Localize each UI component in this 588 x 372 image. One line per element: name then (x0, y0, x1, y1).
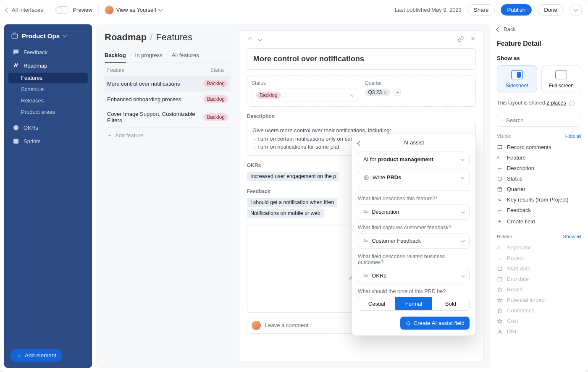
create-field-button[interactable]: ＋Create field (497, 215, 581, 227)
tone-casual[interactable]: Casual (358, 297, 395, 310)
tone-formal[interactable]: Formal (395, 297, 432, 310)
prev-record-button[interactable] (247, 36, 253, 42)
field-search[interactable] (497, 114, 581, 127)
record-title: More control over notifications (253, 55, 364, 63)
ai-field-feature-select[interactable]: AaDescription (358, 204, 470, 220)
search-icon (501, 118, 503, 123)
link-icon (497, 197, 503, 203)
field-row[interactable]: Feedback (497, 205, 581, 215)
sidebar-item-roadmap[interactable]: Roadmap (8, 59, 88, 72)
status-pill: Backlog (256, 92, 281, 99)
quarter-tag[interactable]: Q3 23 ✕ (365, 89, 391, 96)
add-feature-button[interactable]: ＋ Add feature (105, 128, 231, 143)
remove-tag-icon[interactable]: ✕ (383, 90, 387, 95)
done-button[interactable]: Done (538, 4, 564, 16)
tone-segmented: Casual Formal Bold (358, 297, 470, 311)
tone-bold[interactable]: Bold (432, 297, 469, 310)
ai-field-value: OKRs (372, 272, 386, 279)
popover-back-button[interactable] (358, 140, 361, 147)
feedback-link-chip[interactable]: I should get a notification when frien (247, 198, 337, 207)
top-bar-left: All interfaces Preview View as Yourself (6, 5, 162, 15)
plus-icon: ＋ (497, 217, 503, 225)
col-status[interactable]: Status ↓ (210, 67, 228, 73)
svg-rect-3 (14, 139, 18, 143)
more-menu-button[interactable] (570, 4, 582, 16)
ai-field-outcomes-select[interactable]: AaOKRs (358, 268, 470, 283)
back-label: All interfaces (12, 7, 43, 13)
show-as-sidesheet[interactable]: Sidesheet (497, 65, 537, 92)
field-row[interactable]: DRI (497, 326, 581, 337)
link-icon[interactable] (457, 36, 464, 42)
shared-note: This layout is shared 2 places i (497, 100, 581, 106)
config-back-button[interactable]: Back (497, 26, 581, 32)
field-row[interactable]: Key results (from Project) (497, 194, 581, 205)
table-row[interactable]: Enhanced onboarding process Backlog (105, 92, 231, 107)
field-row[interactable]: ASeperator (497, 242, 581, 253)
sidebar-subitem-features[interactable]: Features (8, 73, 88, 83)
ai-field-feedback-select[interactable]: AaCustomer Feedback (358, 233, 470, 249)
chevron-down-icon (62, 32, 67, 37)
tab-backlog[interactable]: Backlog (105, 49, 126, 63)
breadcrumb-parent[interactable]: Roadmap (105, 32, 147, 43)
col-feature[interactable]: Feature (107, 67, 124, 73)
ai-task-label: Write PRDs (373, 174, 401, 181)
field-row[interactable]: Start date (497, 263, 581, 274)
view-as-selector[interactable]: View as Yourself (105, 5, 162, 15)
show-as-fullscreen[interactable]: Full-screen (541, 65, 582, 92)
field-row[interactable]: Confidence (497, 305, 581, 316)
workspace-selector[interactable]: Product Ops (8, 30, 88, 45)
hide-all-button[interactable]: Hide all (565, 134, 581, 139)
field-row[interactable]: Reach (497, 284, 581, 295)
field-row[interactable]: Status (497, 173, 581, 184)
text-icon: Aa (363, 273, 368, 278)
field-row[interactable]: Record comments (497, 142, 581, 152)
sidebar-item-okrs[interactable]: OKRs (8, 121, 88, 134)
table-row[interactable]: More control over notifications Backlog (105, 76, 231, 92)
add-tag-button[interactable]: ＋ (394, 89, 401, 96)
field-row[interactable]: Quarter (497, 184, 581, 194)
sidebar-item-sprints[interactable]: Sprints (8, 135, 88, 147)
add-element-button[interactable]: ＋ Add element (10, 349, 62, 362)
sidebar-subitem-schedule[interactable]: Schedule (8, 84, 88, 94)
ai-model-select[interactable]: AI for product management (358, 152, 470, 167)
sidebar-subitem-releases[interactable]: Releases (8, 95, 88, 106)
chevron-down-icon (461, 209, 465, 213)
okr-link-chip[interactable]: Increased user engagement on the p (247, 172, 339, 181)
table-row[interactable]: Cover Image Support, Customizable Filter… (105, 107, 231, 128)
field-row[interactable]: Project (497, 253, 581, 263)
sidebar-item-feedback[interactable]: Feedback (8, 46, 88, 58)
preview-toggle[interactable] (55, 6, 69, 14)
field-row[interactable]: Cost (497, 316, 581, 326)
field-row[interactable]: Description (497, 163, 581, 173)
feedback-link-chip[interactable]: Notifications on mobile or web (247, 209, 324, 218)
status-field: Status Backlog (252, 80, 358, 102)
share-button[interactable]: Share (467, 4, 495, 16)
field-label: DRI (507, 328, 516, 335)
field-label: Create field (507, 218, 535, 225)
ai-question-label: What should the tone of this PRD be? (358, 288, 470, 294)
ai-task-select[interactable]: Write PRDs (358, 170, 470, 185)
show-all-button[interactable]: Show all (563, 234, 581, 239)
section-label: Description (247, 113, 476, 119)
tab-inprogress[interactable]: In progress (135, 49, 163, 63)
info-icon[interactable]: i (569, 101, 575, 106)
sidebar-subitem-product-areas[interactable]: Product areas (8, 107, 88, 117)
tab-allfeatures[interactable]: All features (172, 49, 199, 63)
arrow-left-icon (357, 141, 362, 146)
status-select[interactable]: Backlog (252, 89, 358, 102)
record-title-input[interactable]: More control over notifications (247, 48, 476, 70)
shared-places-link[interactable]: 2 places (546, 100, 566, 106)
ai-assist-popover: AI assist AI for product management Writ… (352, 134, 476, 336)
sparkle-icon (405, 320, 411, 326)
field-search-input[interactable] (506, 117, 577, 123)
publish-button[interactable]: Publish (501, 4, 532, 16)
close-icon[interactable] (470, 36, 476, 42)
back-all-interfaces[interactable]: All interfaces (6, 7, 43, 13)
chevron-down-icon (573, 7, 578, 11)
field-row[interactable]: AFeature (497, 152, 581, 163)
field-row[interactable]: Potential impact (497, 295, 581, 305)
avatar-icon (105, 5, 114, 15)
next-record-button[interactable] (257, 36, 263, 42)
field-row[interactable]: End date (497, 274, 581, 284)
create-ai-field-button[interactable]: Create AI assist field (400, 317, 470, 330)
